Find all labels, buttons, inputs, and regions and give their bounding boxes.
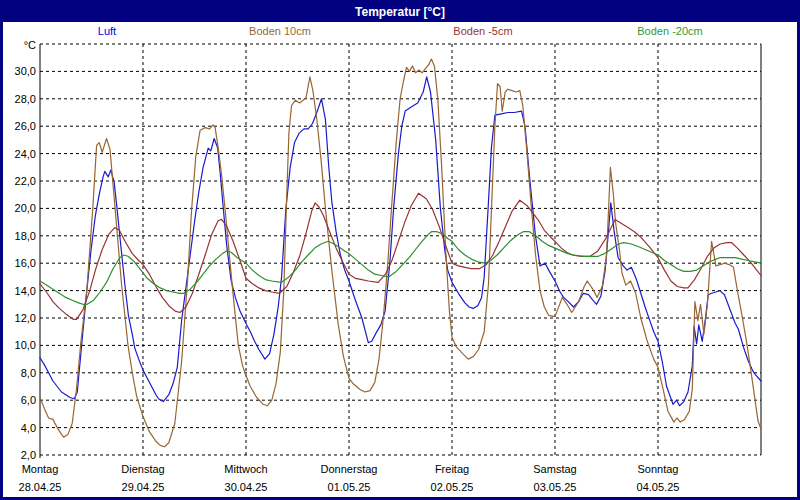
x-day-label: Dienstag [121,463,164,475]
y-tick-label: 18,0 [15,230,36,242]
x-date-label: 04.05.25 [637,481,680,493]
x-date-label: 02.05.25 [431,481,474,493]
x-date-label: 30.04.25 [225,481,268,493]
x-day-label: Donnerstag [321,463,378,475]
y-tick-label: 20,0 [15,202,36,214]
y-tick-label: 30,0 [15,65,36,77]
y-tick-label: 4,0 [21,422,36,434]
x-day-label: Freitag [435,463,469,475]
y-tick-label: 26,0 [15,120,36,132]
x-date-label: 03.05.25 [534,481,577,493]
x-date-label: 28.04.25 [19,481,62,493]
y-tick-label: 12,0 [15,312,36,324]
x-day-label: Samstag [533,463,576,475]
x-day-label: Sonntag [638,463,679,475]
y-tick-label: 6,0 [21,394,36,406]
series-line-boden-5cm [40,193,761,319]
x-date-label: 29.04.25 [122,481,165,493]
y-tick-label: 24,0 [15,148,36,160]
x-date-label: 01.05.25 [328,481,371,493]
app-window: Temperatur [°C] Luft Boden 10cm Boden -5… [0,0,800,500]
series-line-boden-20cm [40,232,761,305]
y-tick-label: 2,0 [21,449,36,461]
y-tick-label: 10,0 [15,339,36,351]
x-day-label: Mittwoch [224,463,267,475]
x-day-label: Montag [22,463,59,475]
y-tick-label: 8,0 [21,367,36,379]
y-tick-label: 16,0 [15,257,36,269]
y-tick-label: 28,0 [15,93,36,105]
y-tick-label: 22,0 [15,175,36,187]
temperature-chart: 30,028,026,024,022,020,018,016,014,012,0… [3,3,797,497]
y-axis-unit-label: °C [24,39,36,51]
y-tick-label: 14,0 [15,285,36,297]
